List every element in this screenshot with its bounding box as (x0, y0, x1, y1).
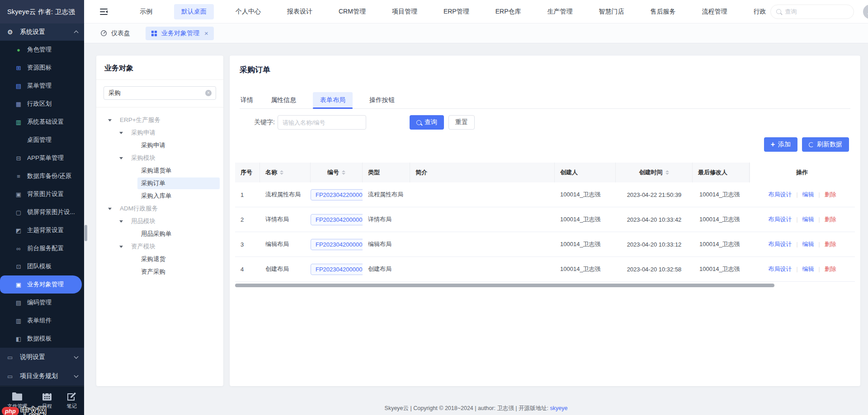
sidebar-item[interactable]: ▦ 行政区划 (0, 95, 84, 113)
sort-icon[interactable] (342, 170, 345, 175)
delete-link[interactable]: 删除 (825, 240, 836, 248)
tree-node[interactable]: 资产采购 (96, 266, 220, 278)
table-header-cell[interactable]: 类型 (363, 163, 410, 182)
layout-design-link[interactable]: 布局设计 (768, 240, 792, 248)
user-box[interactable]: 卫 卫志强 中文 (863, 0, 868, 24)
code-tag[interactable]: FP2023042000002 (311, 239, 363, 250)
clear-icon[interactable]: × (205, 90, 212, 96)
sidebar-scrollbar[interactable] (85, 225, 87, 241)
tree-node[interactable]: ERP+生产服务 (96, 114, 220, 126)
layout-design-link[interactable]: 布局设计 (768, 215, 792, 224)
table-header-cell[interactable]: 最后修改人 (693, 163, 750, 182)
global-search-box[interactable] (770, 5, 854, 19)
top-nav-item[interactable]: ERP管理 (439, 4, 474, 19)
query-button[interactable]: 查询 (410, 115, 444, 130)
sidebar-item[interactable]: ◧ 数据模板 (0, 330, 84, 348)
table-row[interactable]: 1 流程属性布局 FP2023042200001 流程属性布局 100014_卫… (235, 182, 855, 207)
delete-link[interactable]: 删除 (825, 215, 836, 224)
table-header-cell[interactable]: 序号 (235, 163, 260, 182)
sidebar-item[interactable]: ▤ 菜单管理 (0, 77, 84, 95)
top-nav-item[interactable]: 报表设计 (283, 4, 317, 19)
top-nav-item[interactable]: 流程管理 (697, 4, 731, 19)
detail-tab[interactable]: 属性信息 (270, 92, 297, 108)
delete-link[interactable]: 删除 (825, 191, 836, 199)
tree-search-input[interactable] (104, 86, 216, 100)
table-header-cell[interactable]: 创建人 (555, 163, 616, 182)
reset-button[interactable]: 重置 (448, 115, 475, 130)
sidebar-item[interactable]: ▢ 锁屏背景图片设... (0, 203, 84, 221)
global-search-input[interactable] (785, 8, 848, 15)
table-row[interactable]: 3 编辑布局 FP2023042000002 编辑布局 100014_卫志强 2… (235, 232, 855, 257)
top-nav-item[interactable]: 默认桌面 (174, 4, 214, 19)
layout-design-link[interactable]: 布局设计 (768, 265, 792, 273)
sidebar-item[interactable]: ◩ 主题背景设置 (0, 221, 84, 239)
table-header-cell[interactable]: 名称 (260, 163, 311, 182)
detail-tab[interactable]: 操作按钮 (368, 92, 396, 108)
add-button[interactable]: + 添加 (764, 137, 797, 152)
top-nav-item[interactable]: CRM管理 (334, 4, 370, 19)
top-nav-item[interactable]: 项目管理 (387, 4, 422, 19)
top-nav-item[interactable]: 生产管理 (542, 4, 577, 19)
table-header-cell[interactable]: 编号 (311, 163, 363, 182)
scrollbar-thumb[interactable] (235, 284, 774, 287)
tab-dashboard[interactable]: 仪表盘 (100, 29, 130, 37)
edit-link[interactable]: 编辑 (802, 191, 814, 199)
top-nav-item[interactable]: 示例 (135, 4, 157, 19)
edit-link[interactable]: 编辑 (802, 215, 814, 224)
tree-node[interactable]: 采购退货单 (96, 164, 220, 177)
edit-link[interactable]: 编辑 (802, 240, 814, 248)
code-tag[interactable]: FP2023042200001 (311, 189, 363, 201)
menu-fold-icon[interactable] (99, 8, 108, 15)
delete-link[interactable]: 删除 (825, 265, 836, 273)
code-tag[interactable]: FP2023042000001 (311, 264, 363, 275)
detail-tab[interactable]: 详情 (240, 92, 254, 108)
sidebar-item[interactable]: ▤ 编码管理 (0, 294, 84, 312)
sidebar-item[interactable]: ▥ 表单组件 (0, 312, 84, 330)
tree-node[interactable]: 资产模块 (96, 240, 220, 253)
dock-item-notes[interactable]: 笔记 (67, 392, 77, 410)
tree-node[interactable]: ADM行政服务 (96, 202, 220, 215)
close-icon[interactable]: × (204, 30, 208, 37)
keyword-input[interactable] (278, 115, 366, 130)
edit-link[interactable]: 编辑 (802, 265, 814, 273)
top-nav-item[interactable]: ERP仓库 (491, 4, 526, 19)
tree-node[interactable]: 采购申请 (96, 139, 220, 152)
top-nav-item[interactable]: 售后服务 (646, 4, 680, 19)
tab-business-object-management[interactable]: 业务对象管理 × (146, 27, 214, 40)
tree-node[interactable]: 采购申请 (96, 126, 220, 139)
table-row[interactable]: 2 详情布局 FP2023042000003 详情布局 100014_卫志强 2… (235, 207, 855, 232)
table-header-cell[interactable]: 创建时间 (616, 163, 693, 182)
sidebar-item[interactable]: ∞ 前台服务配置 (0, 239, 84, 257)
top-nav-item[interactable]: 智慧门店 (594, 4, 628, 19)
avatar[interactable]: 卫 (863, 5, 868, 19)
sidebar-group[interactable]: ▭ 说明设置 (0, 348, 84, 367)
top-nav-item[interactable]: 个人中心 (231, 4, 265, 19)
refresh-button[interactable]: 刷新数据 (802, 137, 849, 152)
tree-node[interactable]: 采购入库单 (96, 190, 220, 202)
top-nav-item[interactable]: 行政 (749, 4, 770, 19)
tree-node[interactable]: 采购退货 (96, 253, 220, 266)
sidebar-group-system-settings[interactable]: ⚙ 系统设置 (0, 23, 84, 41)
detail-tab[interactable]: 表单布局 (313, 92, 353, 108)
table-header-cell[interactable]: 简介 (410, 163, 555, 182)
table-header-cell[interactable]: 操作 (750, 163, 855, 182)
sidebar-item[interactable]: ● 角色管理 (0, 41, 84, 59)
horizontal-scrollbar[interactable] (235, 284, 855, 287)
sidebar-item[interactable]: ⊟ APP菜单管理 (0, 149, 84, 167)
sidebar-item[interactable]: ▣ 背景图片设置 (0, 185, 84, 203)
tree-node[interactable]: 采购订单 (96, 177, 220, 190)
layout-design-link[interactable]: 布局设计 (768, 191, 792, 199)
sort-icon[interactable] (280, 170, 283, 175)
skyeye-link[interactable]: skyeye (550, 405, 568, 411)
sidebar-item[interactable]: ▣ 业务对象管理 (0, 275, 82, 294)
table-row[interactable]: 4 创建布局 FP2023042000001 创建布局 100014_卫志强 2… (235, 257, 855, 282)
tree-node[interactable]: 用品采购单 (96, 228, 220, 240)
sidebar-item[interactable]: ≡ 数据库备份/还原 (0, 167, 84, 185)
code-tag[interactable]: FP2023042000003 (311, 214, 363, 225)
tree-node[interactable]: 用品模块 (96, 215, 220, 228)
sidebar-item[interactable]: ⊡ 团队模板 (0, 257, 84, 275)
tree-node[interactable]: 采购模块 (96, 152, 220, 164)
sidebar-item[interactable]: ▥ 系统基础设置 (0, 113, 84, 131)
sidebar-item[interactable]: 桌面管理 (0, 131, 84, 149)
sidebar-group[interactable]: ▭ 项目业务规划 (0, 367, 84, 386)
